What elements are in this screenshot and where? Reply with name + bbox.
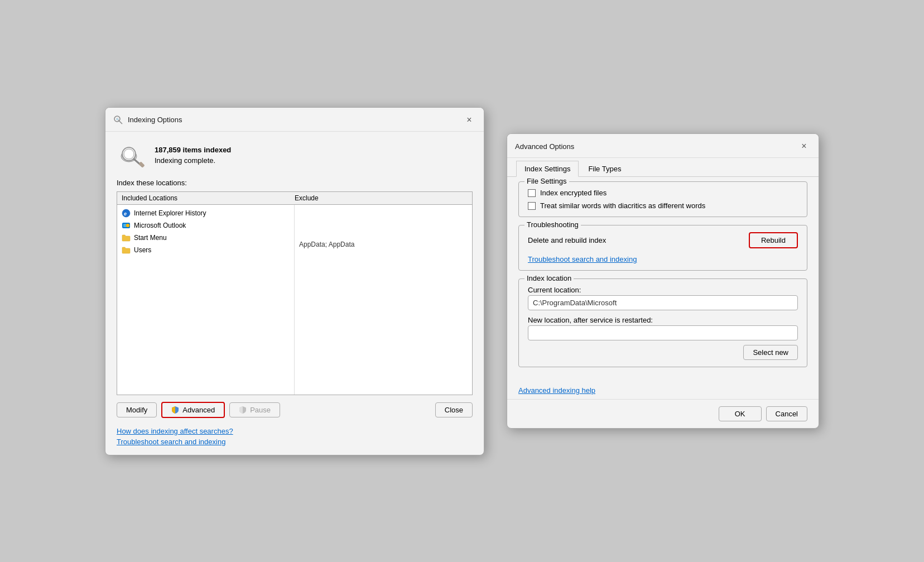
delete-rebuild-label: Delete and rebuild index xyxy=(528,236,606,244)
indexing-link-2[interactable]: Troubleshoot search and indexing xyxy=(117,438,473,446)
rebuild-button[interactable]: Rebuild xyxy=(749,232,798,248)
indexing-titlebar: 🔍 Indexing Options × xyxy=(105,108,484,132)
index-location-group: Index location Current location: C:\Prog… xyxy=(518,278,807,367)
indexing-title-text: Indexing Options xyxy=(128,116,463,124)
close-button[interactable]: Close xyxy=(435,402,473,417)
indexing-large-icon xyxy=(117,141,146,170)
col-exclude-header: Exclude xyxy=(295,194,468,202)
advanced-button[interactable]: Advanced xyxy=(161,402,225,418)
troubleshoot-link[interactable]: Troubleshoot search and indexing xyxy=(528,255,637,263)
modify-button[interactable]: Modify xyxy=(117,402,157,417)
advanced-title-text: Advanced Options xyxy=(515,142,797,151)
indexing-close-button[interactable]: × xyxy=(463,113,476,127)
tab-index-settings[interactable]: Index Settings xyxy=(516,161,579,177)
index-encrypted-row: Index encrypted files xyxy=(528,189,798,197)
startmenu-location-name: Start Menu xyxy=(134,234,167,242)
svg-point-12 xyxy=(126,224,129,227)
locations-right: AppData; AppData xyxy=(295,205,472,395)
exclude-appdata: AppData; AppData xyxy=(299,241,468,248)
locations-left: e Internet Explorer History Microsoft Ou… xyxy=(117,205,295,395)
index-encrypted-label: Index encrypted files xyxy=(540,189,607,197)
index-location-legend: Index location xyxy=(524,274,574,282)
outlook-icon xyxy=(122,221,131,230)
indexing-header: 187,859 items indexed Indexing complete. xyxy=(105,132,484,179)
indexing-stats: 187,859 items indexed Indexing complete. xyxy=(155,146,231,165)
advanced-body: File Settings Index encrypted files Trea… xyxy=(507,177,819,382)
location-item-users[interactable]: Users xyxy=(117,244,294,256)
col-included-header: Included Locations xyxy=(122,194,295,202)
advanced-close-button[interactable]: × xyxy=(797,140,811,153)
svg-point-5 xyxy=(124,149,134,159)
folder-users-icon xyxy=(122,246,131,254)
index-encrypted-checkbox[interactable] xyxy=(528,189,536,197)
new-location-label: New location, after service is restarted… xyxy=(528,316,798,324)
indexing-link-1[interactable]: How does indexing affect searches? xyxy=(117,427,473,435)
users-location-name: Users xyxy=(134,246,151,254)
svg-text:e: e xyxy=(124,211,127,217)
indexing-status: Indexing complete. xyxy=(155,156,231,165)
indexing-footer: Modify Advanced Pause Close xyxy=(105,395,484,425)
pause-shield-icon xyxy=(239,406,247,414)
treat-similar-checkbox[interactable] xyxy=(528,202,536,210)
svg-text:🔍: 🔍 xyxy=(116,118,120,122)
file-settings-group: File Settings Index encrypted files Trea… xyxy=(518,181,807,217)
svg-rect-7 xyxy=(138,161,145,167)
ie-location-name: Internet Explorer History xyxy=(134,209,206,217)
folder-start-icon xyxy=(122,233,131,242)
indexing-links: How does indexing affect searches? Troub… xyxy=(105,425,484,455)
troubleshoot-rebuild-row: Delete and rebuild index Rebuild xyxy=(528,232,798,248)
cancel-button[interactable]: Cancel xyxy=(766,406,807,421)
svg-line-1 xyxy=(119,121,122,124)
outlook-location-name: Microsoft Outlook xyxy=(134,222,186,229)
treat-similar-label: Treat similar words with diacritics as d… xyxy=(540,201,705,210)
indexing-count: 187,859 items indexed xyxy=(155,146,231,154)
ok-button[interactable]: OK xyxy=(719,406,762,421)
current-location-value: C:\ProgramData\Microsoft xyxy=(528,295,798,310)
locations-table: Included Locations Exclude e Internet Ex… xyxy=(117,191,473,395)
locations-label: Index these locations: xyxy=(105,179,484,191)
select-new-button[interactable]: Select new xyxy=(743,345,798,360)
new-location-input[interactable] xyxy=(528,325,798,340)
location-item-ie[interactable]: e Internet Explorer History xyxy=(117,207,294,219)
ie-icon: e xyxy=(122,209,131,218)
current-location-label: Current location: xyxy=(528,286,798,294)
locations-table-body: e Internet Explorer History Microsoft Ou… xyxy=(117,205,472,395)
indexing-title-icon: 🔍 xyxy=(113,115,123,125)
treat-similar-row: Treat similar words with diacritics as d… xyxy=(528,201,798,210)
advanced-tabs: Index Settings File Types xyxy=(507,160,819,177)
shield-uac-icon xyxy=(171,406,179,414)
troubleshooting-group: Troubleshooting Delete and rebuild index… xyxy=(518,225,807,271)
advanced-titlebar: Advanced Options × xyxy=(507,134,819,158)
location-item-startmenu[interactable]: Start Menu xyxy=(117,232,294,244)
indexing-options-dialog: 🔍 Indexing Options × 187,859 items index… xyxy=(105,107,484,455)
pause-button[interactable]: Pause xyxy=(229,402,280,417)
advanced-footer: OK Cancel xyxy=(507,399,819,428)
advanced-indexing-help-link[interactable]: Advanced indexing help xyxy=(518,386,595,395)
locations-table-header: Included Locations Exclude xyxy=(117,192,472,205)
advanced-link-row: Advanced indexing help xyxy=(507,382,819,399)
location-item-outlook[interactable]: Microsoft Outlook xyxy=(117,219,294,232)
tab-file-types[interactable]: File Types xyxy=(580,161,629,177)
file-settings-legend: File Settings xyxy=(524,177,569,185)
troubleshooting-legend: Troubleshooting xyxy=(524,220,581,229)
advanced-options-dialog: Advanced Options × Index Settings File T… xyxy=(507,133,819,429)
